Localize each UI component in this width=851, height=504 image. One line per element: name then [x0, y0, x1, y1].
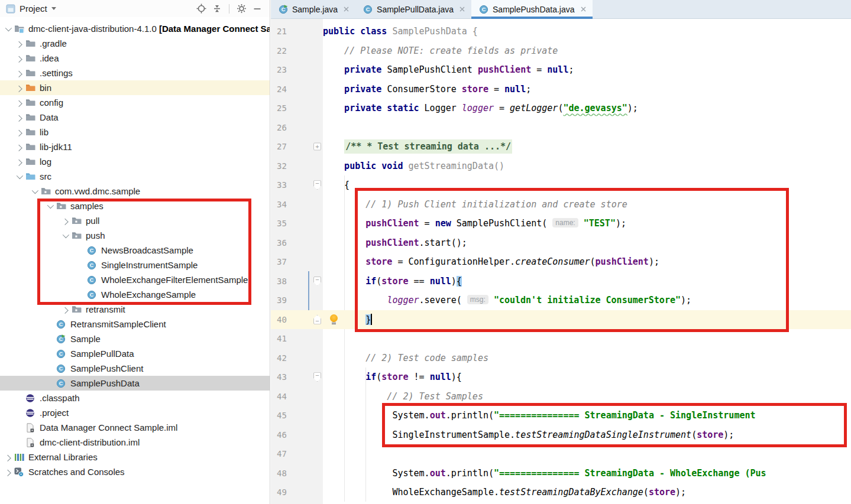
chevron-right-icon[interactable] — [1, 455, 14, 460]
code-line-33[interactable]: 33− { — [271, 175, 851, 195]
tree-item-project[interactable]: .project — [0, 405, 270, 420]
chevron-down-icon[interactable] — [1, 27, 14, 31]
intention-bulb-icon[interactable] — [330, 314, 338, 322]
chevron-right-icon[interactable] — [12, 71, 25, 76]
tree-item-wholeexchangefilterelementsample[interactable]: CWholeExchangeFilterElementSample — [0, 272, 270, 287]
tree-item-data-manager-connect-sample-iml[interactable]: Data Manager Connect Sample.iml — [0, 420, 270, 435]
code-line-34[interactable]: 34 // 1) Push Client initialization and … — [271, 195, 851, 214]
code-line-21[interactable]: 21public class SamplePushData { — [271, 22, 851, 41]
chevron-right-icon[interactable] — [59, 307, 72, 312]
collapse-all-button[interactable] — [212, 4, 222, 14]
tree-item-samplepulldata[interactable]: CSamplePullData — [0, 346, 270, 361]
tree-item-dmc-client-java-distribution-4-1-0[interactable]: dmc-client-java-distribution-4.1.0 [Data… — [0, 21, 270, 36]
tree-item-dmc-client-distribution-iml[interactable]: dmc-client-distribution.iml — [0, 435, 270, 450]
code-line-42[interactable]: 42 // 2) Test code samples — [271, 349, 851, 368]
code-line-24[interactable]: 24 private ConsumerStore store = null; — [271, 80, 851, 99]
code-line-26[interactable]: 26 — [271, 118, 851, 138]
tree-item-src[interactable]: src — [0, 169, 270, 184]
close-tab-icon[interactable] — [342, 5, 350, 13]
settings-button[interactable] — [236, 4, 247, 14]
tree-item-retransmitsampleclient[interactable]: CRetransmitSampleClient — [0, 317, 270, 331]
code-line-39[interactable]: 39 logger.severe( msg: "couldn't initial… — [271, 291, 851, 310]
code-line-41[interactable]: 41 — [271, 329, 851, 349]
chevron-down-icon[interactable] — [12, 174, 25, 179]
tab-samplepulldata-java[interactable]: CSamplePullData.java — [355, 0, 471, 18]
chevron-right-icon[interactable] — [59, 219, 72, 223]
chevron-right-icon[interactable] — [12, 56, 25, 61]
tab-sample-java[interactable]: CSample.java — [271, 0, 355, 18]
folder-icon — [25, 113, 35, 122]
editor-body[interactable]: 21public class SamplePushData {22 // Ple… — [271, 19, 851, 504]
tab-samplepushdata-java[interactable]: CSamplePushData.java — [471, 0, 593, 18]
tree-item-classpath[interactable]: .classpath — [0, 391, 270, 405]
hide-button[interactable] — [252, 4, 263, 14]
tree-item-lib-jdk11[interactable]: lib-jdk11 — [0, 139, 270, 154]
project-panel: Project dmc-client-java-distribution-4.1… — [0, 0, 270, 504]
code-line-40[interactable]: 40− } — [271, 310, 851, 330]
tree-item-samples[interactable]: samples — [0, 199, 270, 213]
code-line-22[interactable]: 22 // Please NOTE: create fields as priv… — [271, 41, 851, 61]
code-line-49[interactable]: 49 WholeExchangeSample.testStreamingData… — [271, 483, 851, 502]
chevron-down-icon[interactable] — [43, 204, 56, 209]
code-line-47[interactable]: 47 — [271, 444, 851, 464]
chevron-down-icon[interactable] — [28, 189, 41, 194]
code-line-45[interactable]: 45 System.out.println("=============== S… — [271, 406, 851, 425]
code-line-32[interactable]: 32 public void getStreamingData() — [271, 157, 851, 176]
tree-item-push[interactable]: push — [0, 228, 270, 243]
tree-item-samplepushdata[interactable]: CSamplePushData — [0, 376, 270, 391]
panel-title[interactable]: Project — [20, 4, 47, 14]
tree-item-newsbroadcastsample[interactable]: CNewsBroadcastSample — [0, 243, 270, 258]
fold-marker-icon[interactable]: − — [313, 372, 321, 382]
chevron-right-icon[interactable] — [12, 100, 25, 105]
fold-marker-icon[interactable]: − — [313, 315, 321, 324]
tree-item-scratches-and-consoles[interactable]: Scratches and Consoles — [0, 464, 270, 479]
chevron-right-icon[interactable] — [12, 145, 25, 149]
tree-item-singleinstrumentsample[interactable]: CSingleInstrumentSample — [0, 258, 270, 272]
tree-item-idea[interactable]: .idea — [0, 51, 270, 66]
close-tab-icon[interactable] — [458, 5, 466, 13]
code-line-38[interactable]: 38− if(store == null){ — [271, 272, 851, 291]
tree-item-config[interactable]: config — [0, 95, 270, 110]
code-line-36[interactable]: 36 pushClient.start(); — [271, 233, 851, 253]
chevron-right-icon[interactable] — [12, 130, 25, 135]
gutter-line-25: 25 — [271, 99, 323, 118]
tree-item-sample[interactable]: CSample — [0, 331, 270, 346]
code-line-48[interactable]: 48 System.out.println("=============== S… — [271, 464, 851, 483]
tree-item-external-libraries[interactable]: External Libraries — [0, 450, 270, 464]
tree-item-lib[interactable]: lib — [0, 125, 270, 139]
code-line-37[interactable]: 37 store = ConfigurationHelper.createCon… — [271, 252, 851, 272]
code-line-35[interactable]: 35 pushClient = new SamplePushClient( na… — [271, 214, 851, 233]
chevron-right-icon[interactable] — [12, 41, 25, 46]
tree-item-data[interactable]: Data — [0, 110, 270, 125]
code-line-46[interactable]: 46 SingleInstrumentSample.testStreamingD… — [271, 425, 851, 445]
fold-marker-icon[interactable]: − — [313, 180, 321, 190]
fold-marker-icon[interactable]: + — [313, 143, 321, 151]
chevron-right-icon[interactable] — [12, 160, 25, 164]
chevron-down-icon[interactable] — [59, 233, 72, 238]
tree-item-retransmit[interactable]: retransmit — [0, 302, 270, 317]
code-line-27[interactable]: 27+ /** * Test streaming data ...*/ — [271, 137, 851, 157]
code-line-43[interactable]: 43− if(store != null){ — [271, 368, 851, 387]
gutter-line-27: 27+ — [271, 137, 323, 157]
locate-button[interactable] — [196, 4, 206, 14]
tree-item-pull[interactable]: pull — [0, 213, 270, 228]
tree-item-settings[interactable]: .settings — [0, 66, 270, 80]
close-tab-icon[interactable] — [580, 5, 587, 13]
chevron-right-icon[interactable] — [12, 86, 25, 90]
line-number: 37 — [277, 257, 287, 266]
tree-item-samplepushclient[interactable]: CSamplePushClient — [0, 361, 270, 376]
tree-item-wholeexchangesample[interactable]: CWholeExchangeSample — [0, 287, 270, 302]
tree-item-com-vwd-dmc-sample[interactable]: com.vwd.dmc.sample — [0, 184, 270, 199]
code-line-23[interactable]: 23 private SamplePushClient pushClient =… — [271, 60, 851, 80]
tree-item-bin[interactable]: bin — [0, 80, 270, 95]
code-line-44[interactable]: 44 // 2) Test Samples — [271, 387, 851, 407]
chevron-right-icon[interactable] — [1, 470, 14, 474]
fold-marker-icon[interactable]: − — [313, 277, 321, 286]
tree-item-log[interactable]: log — [0, 154, 270, 169]
code-line-25[interactable]: 25 private static Logger logger = getLog… — [271, 99, 851, 118]
tree-item-gradle[interactable]: .gradle — [0, 36, 270, 51]
tree-item-label: SamplePushClient — [70, 363, 143, 373]
code-text: // 2) Test code samples — [323, 349, 488, 368]
chevron-right-icon[interactable] — [12, 115, 25, 120]
chevron-down-icon[interactable] — [51, 7, 56, 10]
